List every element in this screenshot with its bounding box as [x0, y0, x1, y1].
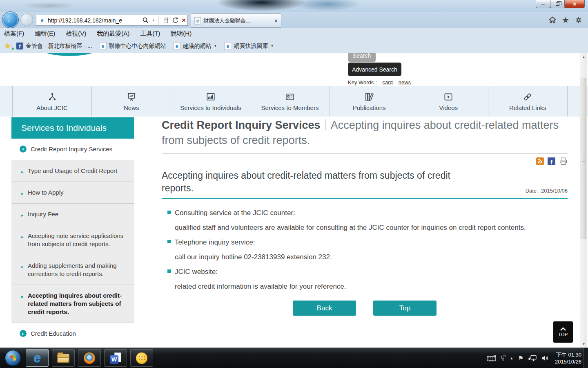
- menu-view[interactable]: 檢視(V): [66, 30, 86, 38]
- sidebar-title: Services to Individuals: [11, 117, 134, 139]
- folder-icon: [57, 354, 69, 363]
- button-row: Back Top: [162, 301, 568, 316]
- square-bullet-icon: [167, 269, 171, 273]
- gear-icon[interactable]: [574, 16, 583, 25]
- refresh-icon[interactable]: [172, 17, 179, 24]
- minimize-button[interactable]: ─: [536, 0, 550, 8]
- nav-publications[interactable]: Publications: [330, 86, 409, 117]
- start-button[interactable]: [5, 350, 21, 366]
- firefox-icon: [84, 352, 95, 364]
- menu-tools[interactable]: 工具(T): [140, 30, 160, 38]
- sidebar-item-adding-supplements[interactable]: ▸ Adding supplements and making correcti…: [11, 255, 134, 285]
- sidebar-item-inquiry-fee[interactable]: ▸ Inquiry Fee: [11, 204, 134, 225]
- home-icon[interactable]: [548, 16, 557, 25]
- volume-icon[interactable]: [541, 355, 549, 361]
- show-hidden-icons-button[interactable]: ▲: [510, 356, 514, 360]
- taskbar-word[interactable]: W: [104, 349, 127, 367]
- advanced-search-button[interactable]: Advanced Search: [348, 63, 401, 76]
- page-title-primary: Credit Report Inquiry Services: [162, 119, 321, 131]
- page-favicon: e: [39, 17, 45, 24]
- main-navigation: About JCIC News Services to Individuals …: [0, 86, 588, 117]
- scrollbar-thumb[interactable]: [581, 78, 586, 239]
- language-bar-icons[interactable]: ▼: [501, 355, 506, 361]
- network-icon[interactable]: [528, 355, 537, 362]
- facebook-share-icon[interactable]: f: [548, 157, 555, 165]
- taskbar-jcic-app[interactable]: [130, 349, 153, 367]
- bullet-desc: related credit information is available …: [162, 283, 568, 291]
- tab-title: 財團法人金融聯合...: [203, 17, 272, 25]
- chevron-down-circle-icon: ▾: [20, 146, 27, 153]
- show-desktop-button[interactable]: [584, 348, 588, 368]
- address-bar[interactable]: e http://192.168.42.182/main_e ▼ ×: [36, 15, 188, 26]
- nav-related-links[interactable]: Related Links: [488, 86, 568, 117]
- taskbar-internet-explorer[interactable]: e: [26, 349, 49, 367]
- system-tray: ▼ ▲ ⚑ 下午 01:30 2015/10/26: [487, 348, 581, 368]
- favorite-item-suggested-sites[interactable]: e 建議的網站 ▼: [174, 42, 217, 50]
- scroll-down-button[interactable]: ▼: [580, 340, 587, 348]
- teal-divider: [162, 198, 568, 199]
- nav-about-jcic[interactable]: About JCIC: [12, 86, 91, 117]
- back-button[interactable]: Back: [293, 301, 356, 316]
- favorite-item-fsc[interactable]: f 金管會 - 新北市板橋區 - ...: [16, 43, 92, 50]
- nav-videos[interactable]: Videos: [409, 86, 488, 117]
- square-bullet-icon: [167, 240, 171, 243]
- chevron-up-icon: [560, 327, 566, 331]
- rss-icon[interactable]: [536, 157, 544, 165]
- sidebar-item-credit-report-inquiry-services[interactable]: ▾ Credit Report Inquiry Services: [11, 139, 134, 160]
- browser-forward-button[interactable]: →: [20, 13, 33, 26]
- vertical-scrollbar[interactable]: ▲ ▼: [580, 53, 587, 348]
- close-button[interactable]: ×: [564, 0, 585, 8]
- sidebar-item-how-to-apply[interactable]: ▸ How to Apply: [11, 182, 134, 204]
- sidebar-item-accepting-note-service[interactable]: ▸ Accepting note service applications fr…: [11, 225, 134, 255]
- scroll-up-button[interactable]: ▲: [580, 53, 587, 61]
- search-icon[interactable]: [142, 17, 149, 24]
- top-button[interactable]: Top: [373, 301, 437, 316]
- taskbar-clock[interactable]: 下午 01:30 2015/10/26: [555, 351, 581, 365]
- add-favorite-icon[interactable]: ★▸: [4, 42, 13, 50]
- keyword-link-news[interactable]: news: [399, 79, 411, 85]
- search-dropdown-icon[interactable]: ▼: [152, 19, 155, 22]
- action-center-flag-icon[interactable]: ⚑: [518, 355, 523, 362]
- input-method-keyboard-icon[interactable]: [487, 355, 497, 362]
- stop-icon[interactable]: ×: [182, 17, 186, 24]
- back-arrow-icon: ←: [7, 15, 15, 25]
- close-icon: ×: [573, 1, 576, 7]
- browser-back-button[interactable]: ←: [2, 11, 19, 28]
- menu-help[interactable]: 說明(H): [171, 30, 192, 38]
- article-date: Date : 2015/10/06: [526, 188, 568, 194]
- address-url[interactable]: http://192.168.42.182/main_e: [48, 17, 142, 24]
- floating-top-button[interactable]: TOP: [553, 321, 573, 343]
- favorite-item-web-slice[interactable]: e 網頁快訊圖庫 ▼: [224, 42, 274, 50]
- facebook-icon: f: [16, 43, 23, 49]
- sidebar-item-accepting-inquires[interactable]: ▸ Accepting inquires about credit-relate…: [11, 285, 134, 323]
- restore-button[interactable]: [550, 0, 565, 8]
- menu-favorites[interactable]: 我的最愛(A): [97, 30, 129, 38]
- taskbar-windows-explorer[interactable]: [52, 349, 75, 367]
- taskbar-firefox[interactable]: [78, 349, 101, 367]
- title-divider: [325, 119, 326, 130]
- tab-close-icon[interactable]: ×: [274, 18, 278, 24]
- keyword-link-card[interactable]: card: [383, 79, 393, 85]
- menu-file[interactable]: 檔案(F): [4, 30, 24, 38]
- video-icon: [443, 91, 454, 102]
- chevron-down-icon: ▼: [270, 44, 274, 48]
- menu-edit[interactable]: 編輯(E): [35, 30, 55, 38]
- sidebar-item-credit-education[interactable]: ▸ Credit Education: [11, 323, 134, 344]
- nav-services-to-individuals[interactable]: Services to Individuals: [171, 86, 250, 117]
- compatibility-view-icon[interactable]: [163, 17, 169, 24]
- clock-time: 下午 01:30: [555, 351, 581, 358]
- search-button[interactable]: Search: [348, 53, 376, 62]
- bar-chart-icon: [205, 91, 216, 102]
- browser-tab[interactable]: e 財團法人金融聯合... ×: [191, 13, 281, 28]
- keywords-row: Key Words : card news: [348, 79, 411, 85]
- nav-services-to-members[interactable]: Services to Members: [250, 86, 329, 117]
- favorite-item-intranet[interactable]: e 聯徵中心中心內部網站: [100, 42, 166, 50]
- favorites-star-icon[interactable]: ★: [562, 16, 569, 24]
- ie-page-icon: e: [174, 42, 180, 50]
- link-icon: [522, 91, 533, 102]
- main-content: Credit Report Inquiry ServicesAccepting …: [162, 118, 568, 316]
- print-icon[interactable]: [559, 157, 568, 165]
- nav-news[interactable]: News: [91, 86, 171, 117]
- sidebar-item-type-and-usage[interactable]: ▸ Type and Usage of Credit Report: [11, 160, 134, 182]
- chevron-down-icon: ▼: [502, 359, 504, 361]
